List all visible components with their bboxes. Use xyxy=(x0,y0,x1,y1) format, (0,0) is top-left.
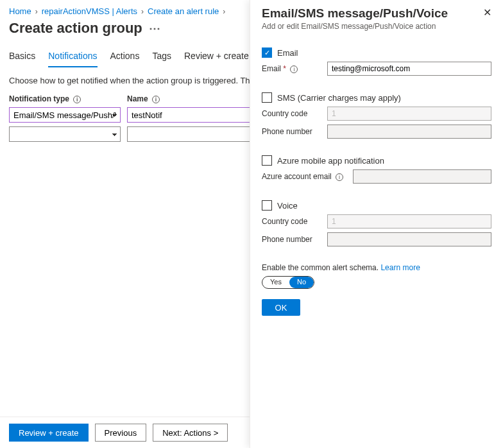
email-checkbox-label: Email xyxy=(277,48,298,58)
panel-title: Email/SMS message/Push/Voice xyxy=(262,6,448,21)
learn-more-link[interactable]: Learn more xyxy=(380,263,420,272)
col-header-type-text: Notification type xyxy=(9,94,69,103)
push-checkbox-label: Azure mobile app notification xyxy=(277,156,384,166)
info-icon[interactable]: i xyxy=(290,65,298,73)
chevron-right-icon: › xyxy=(141,7,144,16)
col-header-type: Notification type i xyxy=(9,94,121,103)
azure-email-label: Azure account email i xyxy=(262,172,349,181)
azure-email-input xyxy=(353,169,491,184)
schema-row: Enable the common alert schema. Learn mo… xyxy=(262,263,491,289)
toggle-no[interactable]: No xyxy=(289,277,314,288)
page-title-text: Create action group xyxy=(9,20,142,37)
country-code-label: Country code xyxy=(262,109,323,118)
schema-text: Enable the common alert schema. xyxy=(262,263,379,272)
phone-label: Phone number xyxy=(262,127,323,136)
voice-phone-label: Phone number xyxy=(262,235,323,244)
close-icon[interactable]: ✕ xyxy=(483,6,491,19)
edit-notification-panel: Email/SMS message/Push/Voice Add or edit… xyxy=(250,0,503,448)
panel-subtitle: Add or edit Email/SMS message/Push/Voice… xyxy=(262,22,448,31)
previous-button[interactable]: Previous xyxy=(95,424,147,442)
sms-country-select: 1 xyxy=(327,107,491,121)
schema-toggle[interactable]: Yes No xyxy=(262,276,314,289)
push-section: Azure mobile app notification Azure acco… xyxy=(262,155,491,184)
email-field-label: Email * i xyxy=(262,64,323,73)
notification-type-select[interactable]: Email/SMS message/Push/Voice xyxy=(9,107,121,123)
tab-tags[interactable]: Tags xyxy=(152,51,171,67)
sms-section: SMS (Carrier charges may apply) Country … xyxy=(262,92,491,139)
sms-checkbox-label: SMS (Carrier charges may apply) xyxy=(277,93,401,103)
tab-basics[interactable]: Basics xyxy=(9,51,35,67)
voice-country-label: Country code xyxy=(262,217,323,226)
breadcrumb-home[interactable]: Home xyxy=(9,6,31,16)
panel-header: Email/SMS message/Push/Voice Add or edit… xyxy=(262,6,491,31)
info-icon[interactable]: i xyxy=(152,96,160,103)
voice-checkbox-label: Voice xyxy=(277,201,298,211)
voice-section: Voice Country code 1 Phone number xyxy=(262,200,491,246)
notification-type-select-empty[interactable] xyxy=(9,126,121,142)
email-section: ✓ Email Email * i xyxy=(262,47,491,76)
voice-phone-input xyxy=(327,232,491,246)
tab-actions[interactable]: Actions xyxy=(110,51,140,67)
push-checkbox[interactable] xyxy=(262,155,272,166)
info-icon[interactable]: i xyxy=(73,96,81,103)
email-checkbox[interactable]: ✓ xyxy=(262,47,272,58)
tab-notifications[interactable]: Notifications xyxy=(48,51,97,67)
more-actions-icon[interactable]: ⋯ xyxy=(149,21,160,35)
col-header-name-text: Name xyxy=(127,94,148,103)
ok-button[interactable]: OK xyxy=(262,299,300,316)
breadcrumb-repairaction[interactable]: repairActionVMSS | Alerts xyxy=(42,6,137,16)
review-create-button[interactable]: Review + create xyxy=(9,424,89,442)
sms-phone-input xyxy=(327,125,491,139)
chevron-right-icon: › xyxy=(35,7,38,16)
voice-country-select: 1 xyxy=(327,214,491,228)
voice-checkbox[interactable] xyxy=(262,200,272,211)
tab-review[interactable]: Review + create xyxy=(184,51,249,67)
sms-checkbox[interactable] xyxy=(262,92,272,103)
chevron-right-icon: › xyxy=(223,7,225,16)
toggle-yes[interactable]: Yes xyxy=(262,277,289,288)
next-actions-button[interactable]: Next: Actions > xyxy=(153,424,228,442)
email-input[interactable] xyxy=(327,62,491,76)
info-icon[interactable]: i xyxy=(336,173,343,181)
breadcrumb-create-alert[interactable]: Create an alert rule xyxy=(148,6,219,16)
